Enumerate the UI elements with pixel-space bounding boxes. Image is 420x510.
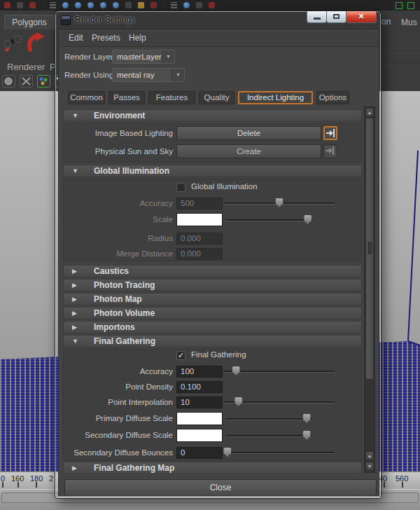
fg-secondary-bounces-field[interactable]: 0	[176, 447, 223, 459]
scroll-up-button-bottom[interactable]: ▲	[365, 451, 374, 460]
hypershade-icon[interactable]	[37, 75, 50, 88]
settings-scroll-area: ▼ Environment Image Based Lighting Delet…	[62, 106, 364, 473]
gi-scale-slider[interactable]	[225, 214, 313, 226]
slider-handle[interactable]	[276, 198, 284, 207]
scrollbar-thumb[interactable]	[365, 118, 374, 380]
menu-edit[interactable]: Edit	[69, 33, 83, 43]
scroll-down-button[interactable]: ▼	[365, 462, 374, 471]
window-client-area: Edit Presets Help Render Layer masterLay…	[58, 29, 379, 496]
slider-handle[interactable]	[304, 215, 312, 224]
section-environment[interactable]: ▼ Environment	[63, 109, 362, 122]
menu-presets[interactable]: Presets	[92, 33, 120, 43]
minimize-button[interactable]	[307, 11, 327, 23]
close-button[interactable]: Close	[64, 479, 377, 496]
snap-grid-icon[interactable]	[62, 2, 69, 8]
gi-scale-color-swatch[interactable]	[176, 213, 223, 226]
render-using-dropdown[interactable]: mental ray ▼	[112, 68, 185, 82]
slider-handle[interactable]	[234, 397, 242, 406]
bracket-icon[interactable]	[396, 2, 402, 9]
pss-create-button[interactable]: Create	[176, 144, 321, 158]
shelf-panel-left: Polygons Renderer P	[0, 11, 55, 91]
slider-handle[interactable]	[303, 414, 311, 423]
selection-mask-icon[interactable]	[29, 2, 36, 8]
fg-primary-diffuse-slider[interactable]	[225, 413, 313, 425]
expanded-arrow-icon: ▼	[72, 165, 78, 177]
no-render-icon[interactable]	[20, 75, 33, 88]
frame-tick	[2, 482, 4, 488]
field-entry-icon[interactable]	[171, 2, 177, 8]
fg-point-interpolation-field[interactable]: 10	[176, 397, 223, 408]
slider-handle[interactable]	[223, 448, 231, 457]
collapsed-arrow-icon: ▶	[72, 308, 77, 319]
fg-secondary-diffuse-slider[interactable]	[225, 430, 313, 441]
dot-icon[interactable]	[209, 2, 215, 8]
section-photon-map[interactable]: ▶ Photon Map	[63, 293, 362, 305]
fg-accuracy-field[interactable]: 100	[176, 366, 223, 378]
menu-bar: Edit Presets Help	[59, 30, 379, 47]
section-global-illumination[interactable]: ▼ Global Illumination	[63, 165, 362, 177]
window-title: Render Settings	[75, 15, 135, 25]
fg-point-density-label: Point Density	[62, 381, 173, 393]
tab-indirect-lighting[interactable]: Indirect Lighting	[238, 91, 313, 104]
snap-curve-icon[interactable]	[75, 2, 81, 8]
maximize-button[interactable]	[326, 11, 346, 23]
fg-accuracy-label: Accuracy	[62, 366, 173, 378]
snap-surface-icon[interactable]	[113, 2, 119, 8]
fg-secondary-diffuse-swatch[interactable]	[176, 429, 223, 442]
slider-handle[interactable]	[232, 366, 240, 375]
shelf-tab-fragment: on	[382, 17, 391, 27]
poly-tool-icon[interactable]	[2, 31, 23, 52]
final-gathering-checkbox-label: Final Gathering	[191, 350, 246, 359]
red-curve-arrow-icon[interactable]	[25, 31, 46, 52]
slider-handle[interactable]	[303, 431, 311, 440]
fg-point-density-field[interactable]: 0.100	[176, 381, 223, 393]
section-caustics[interactable]: ▶ Caustics	[63, 265, 362, 277]
fg-secondary-bounces-slider[interactable]	[224, 447, 335, 458]
fg-accuracy-slider[interactable]	[224, 366, 335, 377]
menu-lines-icon[interactable]	[50, 2, 56, 8]
render-layer-dropdown[interactable]: masterLayer ▼	[112, 50, 175, 64]
gi-accuracy-field[interactable]: 500	[176, 198, 223, 209]
scroll-up-button[interactable]: ▲	[365, 108, 374, 117]
tab-quality[interactable]: Quality	[199, 91, 234, 104]
menu-help[interactable]: Help	[129, 33, 146, 43]
window-titlebar[interactable]: Render Settings ✕	[55, 11, 381, 29]
curve-icon[interactable]	[183, 2, 190, 8]
minimize-icon	[314, 18, 321, 20]
settings-scrollbar[interactable]: ▲ ▲ ▼	[364, 106, 375, 473]
fg-point-interpolation-label: Point Interpolation	[62, 397, 173, 408]
section-photon-tracing[interactable]: ▶ Photon Tracing	[63, 279, 362, 291]
bracket-icon[interactable]	[407, 2, 414, 9]
construction-icon[interactable]	[138, 2, 144, 8]
tab-options[interactable]: Options	[316, 91, 349, 104]
fg-primary-diffuse-swatch[interactable]	[176, 412, 223, 425]
history-icon[interactable]	[125, 2, 132, 8]
section-final-gathering-map[interactable]: ▶ Final Gathering Map	[63, 462, 362, 473]
render-globe-icon[interactable]	[2, 75, 15, 88]
collapsed-arrow-icon: ▶	[72, 294, 77, 305]
snap-view-icon[interactable]	[100, 2, 106, 8]
diamond-icon[interactable]	[196, 2, 202, 8]
section-importons[interactable]: ▶ Importons	[63, 321, 362, 333]
final-gathering-checkbox[interactable]: ✓	[176, 351, 186, 360]
section-photon-volume[interactable]: ▶ Photon Volume	[63, 307, 362, 319]
ibl-delete-button[interactable]: Delete	[176, 126, 321, 140]
fg-point-interpolation-slider[interactable]	[224, 397, 335, 408]
pss-connect-button[interactable]	[323, 144, 337, 158]
render-icon[interactable]	[150, 2, 157, 8]
gi-accuracy-slider[interactable]	[224, 198, 335, 209]
ibl-connect-button[interactable]	[323, 126, 337, 140]
close-window-button[interactable]: ✕	[346, 11, 377, 23]
tab-features[interactable]: Features	[148, 91, 195, 104]
global-illumination-checkbox[interactable]	[176, 183, 186, 192]
gi-scale-label: Scale	[62, 213, 173, 226]
selection-mask-icon[interactable]	[4, 2, 10, 8]
gi-radius-field[interactable]: 0.000	[176, 233, 223, 244]
snap-point-icon[interactable]	[88, 2, 94, 8]
shelf-tab-polygons[interactable]: Polygons	[4, 15, 55, 29]
tab-common[interactable]: Common	[68, 91, 105, 104]
section-final-gathering[interactable]: ▼ Final Gathering	[63, 335, 362, 347]
tab-passes[interactable]: Passes	[108, 91, 145, 104]
gi-merge-distance-field[interactable]: 0.000	[176, 248, 223, 260]
selection-mask-icon[interactable]	[17, 2, 23, 8]
